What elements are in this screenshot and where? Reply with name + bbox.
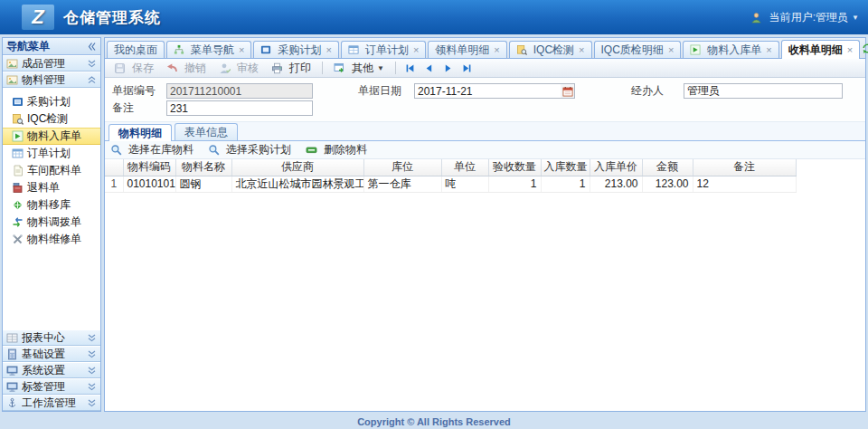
iqc-doc-magnifier-icon <box>516 44 527 55</box>
user-menu[interactable]: 当前用户:管理员 ▼ <box>750 10 859 25</box>
cell-unit: 吨 <box>441 176 488 192</box>
remark-label: 备注 <box>112 100 166 116</box>
tab-close-icon[interactable]: × <box>847 44 853 55</box>
tab-material-inbound[interactable]: 物料入库单× <box>683 41 778 58</box>
tab-close-icon[interactable]: × <box>326 44 331 55</box>
magnifier-icon <box>110 144 122 156</box>
col-header-name[interactable]: 物料名称 <box>175 159 231 176</box>
sidebar-item-label: 物料调拨单 <box>27 214 81 230</box>
monitor-icon <box>6 365 18 377</box>
select-stock-material-button[interactable]: 选择在库物料 <box>110 142 193 157</box>
chevron-double-down-icon <box>87 382 97 392</box>
panel-label: 标签管理 <box>22 379 87 395</box>
sidebar-panel-material-mgmt[interactable]: 物料管理 <box>3 72 100 88</box>
transfer-arrows-icon <box>12 216 24 228</box>
sidebar-item-label: 退料单 <box>27 180 60 195</box>
content-panel: 我的桌面 菜单导航× 采购计划× 订单计划× 领料单明细× IQC检测× <box>104 37 866 412</box>
tab-close-icon[interactable]: × <box>579 44 584 55</box>
last-record-button[interactable] <box>458 62 476 75</box>
col-header-amount[interactable]: 金额 <box>642 159 693 176</box>
anchor-icon <box>6 397 18 409</box>
tab-strip: 我的桌面 菜单导航× 采购计划× 订单计划× 领料单明细× IQC检测× <box>105 38 865 59</box>
sidebar-item-material-inbound[interactable]: 物料入库单 <box>3 128 100 145</box>
sidebar-panel-basic-settings[interactable]: 基础设置 <box>3 346 100 362</box>
tab-my-desktop[interactable]: 我的桌面 <box>107 41 165 58</box>
sidebar-item-material-move[interactable]: 物料移库 <box>3 196 100 214</box>
sitemap-icon <box>174 44 184 55</box>
audit-button[interactable]: 审核 <box>213 60 264 77</box>
next-record-button[interactable] <box>439 62 457 75</box>
col-header-location[interactable]: 库位 <box>363 159 441 176</box>
remark-input[interactable] <box>166 100 313 116</box>
book-icon <box>12 96 24 108</box>
handler-label: 经办人 <box>631 83 684 99</box>
logo-letter: Z <box>32 5 43 29</box>
doc-no-input[interactable] <box>166 83 313 99</box>
prev-record-button[interactable] <box>420 62 438 75</box>
handler-input[interactable] <box>684 83 843 99</box>
panel-label: 报表中心 <box>22 330 87 346</box>
col-header-qty-in[interactable]: 入库数量 <box>541 159 590 176</box>
cell-location: 第一仓库 <box>363 176 441 192</box>
doc-date-label: 单据日期 <box>358 83 414 99</box>
tab-requisition-detail[interactable]: 领料单明细× <box>428 41 506 58</box>
minus-card-icon <box>306 144 317 156</box>
button-label: 撤销 <box>184 61 206 76</box>
sidebar-item-purchase-plan[interactable]: 采购计划 <box>3 93 100 110</box>
sidebar-panel-label-mgmt[interactable]: 标签管理 <box>3 378 100 395</box>
subtab-form-info[interactable]: 表单信息 <box>175 123 238 140</box>
tab-iqc-quality-detail[interactable]: IQC质检明细× <box>594 41 682 58</box>
chevron-double-down-icon <box>87 333 97 343</box>
select-purchase-plan-button[interactable]: 选择采购计划 <box>208 142 291 157</box>
panel-label: 物料管理 <box>22 72 87 88</box>
tab-close-icon[interactable]: × <box>239 44 244 55</box>
save-button[interactable]: 保存 <box>108 60 159 77</box>
doc-no-label: 单据编号 <box>112 83 166 99</box>
sidebar-panel-product-mgmt[interactable]: 成品管理 <box>3 55 100 72</box>
sidebar-panel-report-center[interactable]: 报表中心 <box>3 329 100 346</box>
col-header-qty-checked[interactable]: 验收数量 <box>488 159 541 176</box>
cell-supplier: 北京近山松城市园林景观工程有限 <box>231 176 363 192</box>
tab-order-plan[interactable]: 订单计划× <box>341 41 426 58</box>
sidebar-item-iqc-inspect[interactable]: IQC检测 <box>3 110 100 128</box>
calendar-button[interactable] <box>561 84 574 98</box>
doc-date-input[interactable] <box>414 83 575 99</box>
subtab-material-detail[interactable]: 物料明细 <box>108 124 172 141</box>
sidebar-item-workshop-material[interactable]: 车间配料单 <box>3 162 100 179</box>
col-header-unit[interactable]: 单位 <box>441 159 488 176</box>
tab-menu-nav[interactable]: 菜单导航× <box>166 41 251 58</box>
sidebar-item-order-plan[interactable]: 订单计划 <box>3 145 100 162</box>
tab-label: 物料入库单 <box>707 43 761 58</box>
tab-close-icon[interactable]: × <box>668 44 674 55</box>
sidebar-panel-system-settings[interactable]: 系统设置 <box>3 362 100 378</box>
tab-receipt-detail[interactable]: 收料单明细× <box>781 40 860 59</box>
tab-purchase-plan[interactable]: 采购计划× <box>253 41 338 58</box>
sidebar-item-material-repair[interactable]: 物料维修单 <box>3 231 100 248</box>
col-header-supplier[interactable]: 供应商 <box>231 159 363 176</box>
sidebar-title: 导航菜单 <box>6 39 50 54</box>
tab-close-icon[interactable]: × <box>766 44 771 55</box>
col-header-code[interactable]: 物料编码 <box>123 159 175 176</box>
grid-action-bar: 选择在库物料 选择采购计划 删除物料 <box>105 141 865 159</box>
tab-iqc-inspect[interactable]: IQC检测× <box>509 41 592 58</box>
first-record-button[interactable] <box>401 62 419 75</box>
collapse-sidebar-icon[interactable] <box>87 42 97 52</box>
sidebar-title-bar: 导航菜单 <box>3 38 100 55</box>
cell-remark: 12 <box>693 176 796 192</box>
print-button[interactable]: 打印 <box>266 60 316 77</box>
col-header-price[interactable]: 入库单价 <box>590 159 642 176</box>
refresh-icon[interactable] <box>862 43 868 54</box>
sidebar-item-material-return[interactable]: 退料单 <box>3 179 100 196</box>
grid-row[interactable]: 1 0101010106 圆钢 北京近山松城市园林景观工程有限 第一仓库 吨 1… <box>105 176 796 192</box>
undo-button[interactable]: 撤销 <box>161 60 212 77</box>
other-menu-button[interactable]: 其他 ▼ <box>328 60 390 77</box>
window-arrow-icon <box>334 62 345 74</box>
delete-material-button[interactable]: 删除物料 <box>306 142 367 157</box>
sidebar-panel-workflow-mgmt[interactable]: 工作流管理 <box>3 395 100 411</box>
sidebar-item-label: 采购计划 <box>27 94 71 110</box>
col-header-remark[interactable]: 备注 <box>693 159 796 176</box>
sidebar-item-material-transfer[interactable]: 物料调拨单 <box>3 214 100 231</box>
tab-close-icon[interactable]: × <box>413 44 419 55</box>
panel-label: 基础设置 <box>22 347 87 362</box>
tab-close-icon[interactable]: × <box>494 44 499 55</box>
